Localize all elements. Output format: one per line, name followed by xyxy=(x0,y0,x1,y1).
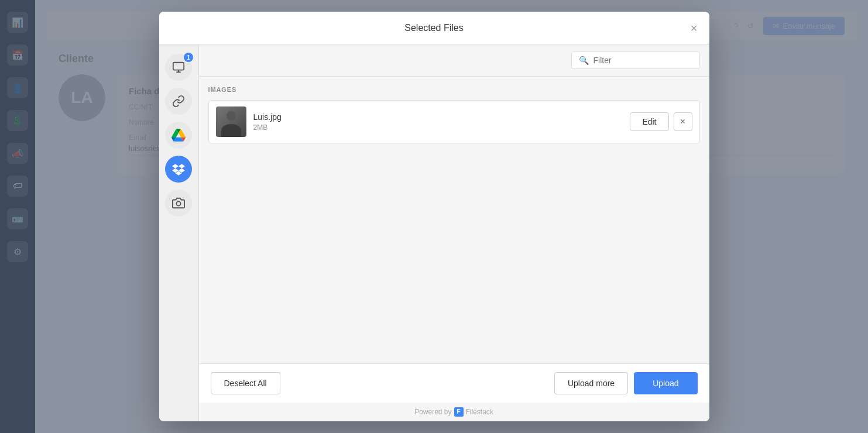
svg-rect-0 xyxy=(173,63,184,70)
sidebar-computer-button[interactable]: 1 xyxy=(165,54,192,81)
file-info: Luis.jpg 2MB xyxy=(253,112,623,132)
sidebar-camera-button[interactable] xyxy=(165,190,192,216)
files-area: IMAGES Luis.jpg 2MB xyxy=(199,77,709,363)
modal-content-area: 🔍 IMAGES xyxy=(199,44,709,421)
sidebar-link-button[interactable] xyxy=(165,88,192,115)
file-item: Luis.jpg 2MB Edit × xyxy=(208,100,700,143)
file-actions: Edit × xyxy=(630,112,692,131)
camera-icon xyxy=(172,197,185,209)
upload-more-button[interactable]: Upload more xyxy=(554,372,628,394)
content-header: 🔍 xyxy=(199,44,709,77)
filter-search-icon: 🔍 xyxy=(579,56,589,65)
file-size: 2MB xyxy=(253,123,623,132)
powered-by-text: Powered by xyxy=(414,408,451,416)
filestack-icon: F xyxy=(454,407,464,417)
file-remove-button[interactable]: × xyxy=(674,112,692,131)
modal-header: Selected Files × xyxy=(159,12,709,44)
footer-left: Deselect All xyxy=(211,372,280,394)
link-icon xyxy=(172,95,185,108)
badge: 1 xyxy=(184,53,193,62)
filestack-modal: Selected Files × 1 xyxy=(159,12,709,421)
person-body xyxy=(221,124,241,137)
filestack-brand-text: Filestack xyxy=(466,408,493,416)
monitor-icon xyxy=(172,61,185,74)
footer-right: Upload more Upload xyxy=(554,372,698,394)
deselect-all-button[interactable]: Deselect All xyxy=(211,372,280,394)
upload-button[interactable]: Upload xyxy=(634,372,697,394)
google-drive-icon xyxy=(171,128,186,142)
powered-by-bar: Powered by F Filestack xyxy=(199,403,709,421)
modal-sidebar: 1 xyxy=(159,44,199,421)
modal-body: 1 xyxy=(159,44,709,421)
sidebar-dropbox-button[interactable] xyxy=(165,156,192,183)
modal-footer: Deselect All Upload more Upload xyxy=(199,363,709,403)
svg-point-3 xyxy=(176,201,180,205)
section-label: IMAGES xyxy=(208,86,700,93)
file-name: Luis.jpg xyxy=(253,112,623,122)
modal-title: Selected Files xyxy=(404,23,464,33)
file-edit-button[interactable]: Edit xyxy=(630,112,668,131)
person-head xyxy=(227,111,236,121)
sidebar-gdrive-button[interactable] xyxy=(165,122,192,149)
filter-input-wrap: 🔍 xyxy=(571,51,700,69)
modal-overlay: Selected Files × 1 xyxy=(0,0,868,433)
filter-input[interactable] xyxy=(593,56,696,65)
dropbox-icon xyxy=(172,163,185,176)
modal-close-button[interactable]: × xyxy=(688,20,700,36)
file-thumbnail xyxy=(216,106,246,137)
person-thumbnail xyxy=(216,106,246,137)
